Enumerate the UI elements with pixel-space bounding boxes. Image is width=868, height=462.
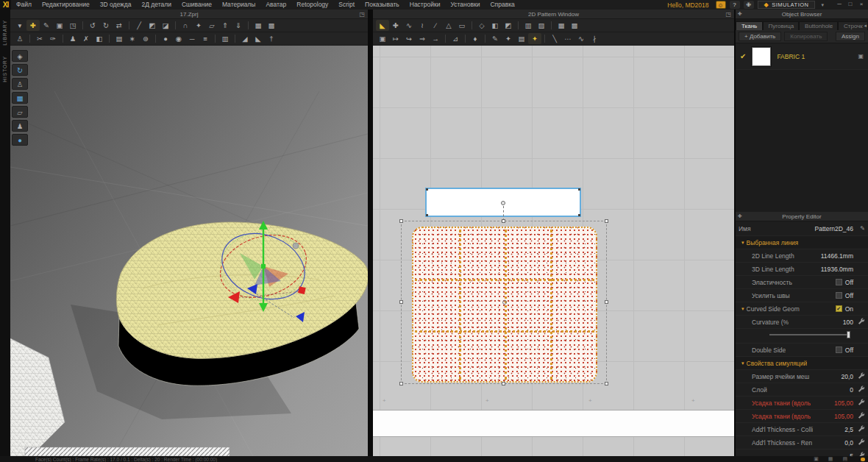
menu-2д-детали[interactable]: 2Д детали <box>136 0 176 10</box>
grid-tool[interactable]: ▦ <box>252 20 265 31</box>
edit-pencil-icon[interactable]: ✎ <box>855 225 865 232</box>
fold-arrange-toggle[interactable]: ▱ <box>12 106 28 118</box>
simulation-button[interactable]: ◆ SIMULATION <box>758 1 816 9</box>
mn-free-sewing-tool[interactable]: → <box>429 33 442 44</box>
wrench-icon[interactable] <box>855 438 865 447</box>
zipper-tool[interactable]: ≡ <box>199 33 212 44</box>
dock-pin-icon[interactable]: ✚ <box>738 213 742 219</box>
2d-viewport[interactable]: + + + + <box>373 46 734 456</box>
selection-handle[interactable] <box>605 219 608 223</box>
pattern-piece-band[interactable] <box>373 410 734 437</box>
selection-handle[interactable] <box>502 219 505 223</box>
selection-handle[interactable] <box>502 382 505 385</box>
transform-pattern-tool[interactable]: ◣ <box>376 20 389 31</box>
selection-center-marker[interactable] <box>502 300 507 305</box>
section-caret-icon[interactable]: ▾ <box>741 306 744 312</box>
create-rectangle-tool[interactable]: ▭ <box>455 20 469 31</box>
simulation-dropdown-icon[interactable]: ▾ <box>819 2 826 8</box>
show-environment-toggle[interactable]: ● <box>12 134 28 146</box>
menu-установки[interactable]: Установки <box>445 0 485 10</box>
3d-window-titlebar[interactable]: 17.Zprj ◳ <box>10 10 368 19</box>
add-fabric-button[interactable]: + Добавить <box>739 32 781 41</box>
pleats-fold-tool[interactable]: ▥ <box>522 20 535 31</box>
internal-line-tool[interactable]: ╲ <box>548 33 561 44</box>
menu-материалы[interactable]: Материалы <box>217 0 261 10</box>
menu-редактирование[interactable]: Редактирование <box>37 0 95 10</box>
pin-tool[interactable]: ↺ <box>86 20 99 31</box>
segment-sewing-tool[interactable]: ↦ <box>389 33 402 44</box>
dock-pin-icon[interactable]: ✚ <box>738 11 742 17</box>
user-account-icon[interactable]: ☺ <box>716 1 726 9</box>
arrange-pattern-tool[interactable]: ▱ <box>205 20 218 31</box>
object-browser-header[interactable]: ✚ Object Browser <box>736 10 868 19</box>
history-tab[interactable]: HISTORY <box>2 56 7 82</box>
pattern-annotation-tool[interactable]: ✦ <box>502 33 515 44</box>
tab-scroll-icon[interactable]: ◂ <box>862 23 868 29</box>
grid-toggle-icon[interactable]: ▦ <box>828 456 833 462</box>
pleats-sewing-tool[interactable]: ▨ <box>535 20 548 31</box>
selection-handle[interactable] <box>399 219 403 223</box>
fold-arrangement-tool[interactable]: ∩ <box>179 20 192 31</box>
float-window-icon[interactable]: ◳ <box>359 10 365 19</box>
property-editor-header[interactable]: ✚ Property Editor <box>736 212 868 221</box>
selection-handle[interactable] <box>399 300 403 304</box>
menu-справка[interactable]: Справка <box>485 0 519 10</box>
checkbox-curved-side-geom[interactable]: ✔ <box>836 305 842 312</box>
show-garment-toggle[interactable]: ◈ <box>12 50 28 62</box>
slider-handle[interactable] <box>847 331 850 338</box>
button-tool[interactable]: ● <box>159 33 172 44</box>
menu-3d-одежда[interactable]: 3D одежда <box>95 0 137 10</box>
steam-iron-tool[interactable]: ⊿ <box>449 33 462 44</box>
assign-fabric-button[interactable]: Assign <box>836 32 865 41</box>
fasten-button-tool[interactable]: ─ <box>185 33 199 44</box>
tab-buttonhole[interactable]: Buttonhole <box>799 21 838 30</box>
garment-mode-icon[interactable]: ✙ <box>744 1 754 9</box>
trace-tool[interactable]: ◧ <box>488 20 502 31</box>
attach-tape-tool[interactable]: ✑ <box>46 33 60 44</box>
edit-pattern-tool[interactable]: ✚ <box>389 20 402 31</box>
wrench-icon[interactable] <box>855 399 865 408</box>
pleat-sew-tool[interactable]: ◣ <box>252 33 265 44</box>
mn-segment-sewing-tool[interactable]: ⇒ <box>416 33 429 44</box>
buttonhole-tool[interactable]: ◉ <box>172 33 185 44</box>
arrange-garment-tool[interactable]: ◧ <box>93 33 106 44</box>
fabric-swatch[interactable] <box>752 47 771 66</box>
measure-tool[interactable]: † <box>265 33 278 44</box>
pin-path-tool[interactable]: ⇄ <box>113 20 126 31</box>
cut-and-sew-tool[interactable]: ◩ <box>502 20 515 31</box>
pleat-fold-tool[interactable]: ◢ <box>238 33 252 44</box>
wrench-icon[interactable] <box>855 385 865 394</box>
wrench-icon[interactable] <box>855 318 865 327</box>
menu-сшивание[interactable]: Сшивание <box>177 0 217 10</box>
fabric-check-icon[interactable]: ✔ <box>740 52 746 60</box>
checkbox-double-side[interactable] <box>836 346 842 353</box>
menu-настройки[interactable]: Настройки <box>405 0 446 10</box>
create-polygon-tool[interactable]: △ <box>442 20 455 31</box>
pin-box-tool[interactable]: ↻ <box>99 20 113 31</box>
sewing-needle-tool[interactable]: ╱ <box>132 20 146 31</box>
notification-icon[interactable] <box>861 458 865 461</box>
edit-sewing-tool[interactable]: ▣ <box>376 33 389 44</box>
library-tab[interactable]: LIBRARY <box>2 20 7 46</box>
sync-down-tool[interactable]: ⇓ <box>232 20 245 31</box>
wrench-icon[interactable] <box>855 372 865 381</box>
simulate-tool[interactable]: ▾ <box>13 20 26 31</box>
tab-button[interactable]: Пуговица <box>763 21 800 30</box>
checkbox-reinforce-seams[interactable] <box>836 292 842 299</box>
3d-viewport[interactable]: ◈↻♙▦▱♟● <box>10 46 368 456</box>
wave-internal-line-tool[interactable]: ∿ <box>574 33 588 44</box>
select-avatar-tool[interactable]: ♟ <box>66 33 79 44</box>
pen-3d-tool[interactable]: ✎ <box>40 20 53 31</box>
select-pattern-3d-tool[interactable]: ♦ <box>469 33 482 44</box>
save-icon[interactable]: ▣ <box>858 53 864 60</box>
grid-dense-tool[interactable]: ▩ <box>568 20 581 31</box>
show-pattern-toggle[interactable]: ▦ <box>12 92 28 104</box>
sync-up-tool[interactable]: ⇑ <box>218 20 232 31</box>
create-dart-tool[interactable]: ◇ <box>475 20 488 31</box>
edit-3d-pattern-tool[interactable]: ▣ <box>53 20 66 31</box>
transform-pattern-3d-tool[interactable]: ◳ <box>66 20 79 31</box>
menu-retopology[interactable]: Retopology <box>291 0 333 10</box>
retopology-toggle[interactable]: ↻ <box>12 64 28 76</box>
show-grain-tool[interactable]: ✦ <box>528 33 541 44</box>
edit-curvature-tool[interactable]: ∿ <box>402 20 416 31</box>
